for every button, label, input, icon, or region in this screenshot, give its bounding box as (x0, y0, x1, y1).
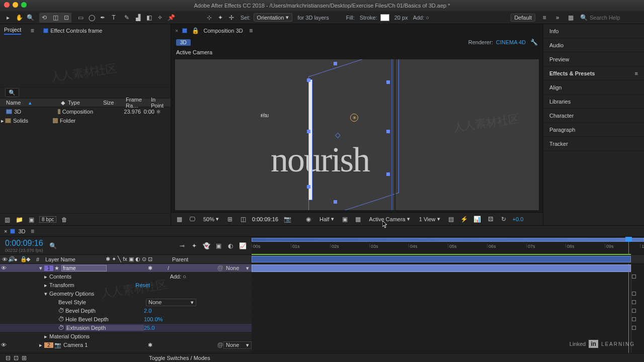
col-label-icon[interactable]: ◆ (58, 100, 65, 106)
col-parent[interactable]: Parent (170, 256, 190, 262)
graph-editor-icon[interactable]: 📈 (238, 242, 247, 250)
maximize-icon[interactable] (21, 2, 27, 8)
property-row[interactable]: ⏱ Extrusion Depth 25.0 (0, 324, 252, 332)
layer-bounding-box[interactable] (308, 59, 399, 210)
local-axis-icon[interactable]: ⊹ (205, 14, 213, 22)
parent-pickwhip-icon[interactable]: @ (217, 264, 223, 272)
timeline-tab[interactable]: 3D (18, 228, 25, 234)
snapshot-icon[interactable]: 📷 (283, 215, 291, 223)
exposure-value[interactable]: +0.0 (513, 216, 524, 222)
property-row[interactable]: ⏱ Hole Bevel Depth 100.0% (0, 315, 252, 324)
col-type[interactable]: Type (65, 100, 100, 106)
stopwatch-icon[interactable]: ⏱ (57, 315, 65, 323)
workspace-dropdown[interactable]: Default (511, 14, 535, 22)
property-value[interactable]: 2.0 (144, 308, 204, 314)
hand-tool-icon[interactable]: ✋ (15, 14, 23, 22)
comp-tab-label[interactable]: Composition 3D (203, 28, 243, 34)
layer-switches[interactable]: ✱ / (148, 265, 203, 272)
stroke-width[interactable]: 20 px (394, 15, 408, 21)
panel-align[interactable]: Align (543, 80, 644, 95)
resolution-dropdown[interactable]: Half ▾ (317, 216, 336, 222)
interpret-icon[interactable]: ▥ (3, 216, 11, 224)
transform-handle[interactable] (386, 130, 390, 133)
stopwatch-icon[interactable]: ⏱ (57, 307, 65, 315)
zoom-in-icon[interactable]: ⊞ (20, 354, 28, 362)
col-number[interactable]: # (34, 256, 43, 262)
twirl-icon[interactable]: ▾ (37, 265, 44, 272)
twirl-icon[interactable]: ▾ (42, 291, 49, 297)
selection-tool-icon[interactable]: ▸ (4, 14, 12, 22)
display-icon[interactable]: 🖵 (188, 215, 196, 223)
frame-blend-icon[interactable]: ▣ (214, 242, 222, 250)
zoom-handle-icon[interactable]: ⊡ (12, 354, 20, 362)
panel-tracker[interactable]: Tracker (543, 137, 644, 151)
transform-handle[interactable] (307, 185, 310, 189)
layer-row[interactable]: 👁 ▸ 2 📷 Camera 1 ✱ @ None▾ (0, 341, 252, 349)
panel-menu-icon[interactable]: ≡ (28, 27, 36, 35)
layer-row[interactable]: 👁 ▾ 1 ★ ✱ / @ None▾ (0, 264, 252, 273)
panel-menu-icon[interactable]: ≡ (247, 27, 255, 35)
tab-effect-controls[interactable]: Effect Controls frame (43, 28, 102, 34)
rect-tool-icon[interactable]: ▭ (76, 14, 85, 22)
layer-name[interactable]: ★ (54, 265, 148, 272)
roto-tool-icon[interactable]: ✧ (156, 14, 164, 22)
pan-tool-icon[interactable]: ◫ (51, 14, 59, 22)
transform-handle[interactable] (386, 172, 390, 176)
search-input[interactable] (590, 15, 640, 21)
flowchart-icon[interactable]: ⚄ (487, 215, 495, 223)
panel-preview[interactable]: Preview (543, 52, 644, 66)
new-folder-icon[interactable]: 📁 (15, 216, 23, 224)
workspace-menu-icon[interactable]: ≡ (540, 14, 548, 22)
renderer-value[interactable]: CINEMA 4D (496, 39, 526, 45)
comp-mini-tab[interactable]: 3D (176, 39, 191, 46)
more-icon[interactable]: » (553, 14, 561, 22)
transform-handle[interactable] (307, 130, 310, 133)
keyframe-marker[interactable] (632, 317, 636, 321)
transform-handle[interactable] (334, 62, 337, 65)
keyframe-marker[interactable] (632, 326, 636, 330)
brush-tool-icon[interactable]: ✎ (123, 14, 131, 22)
work-area-bar[interactable] (252, 238, 644, 242)
lock-icon[interactable]: 🔒 (191, 27, 199, 35)
keyframe-marker[interactable] (632, 275, 636, 279)
renderer-options-icon[interactable]: 🔧 (530, 38, 538, 46)
stroke-swatch[interactable] (380, 14, 389, 21)
grid-icon[interactable]: ⊞ (226, 215, 234, 223)
property-row[interactable]: ⏱ Bevel Depth 2.0 (0, 307, 252, 315)
fill-label[interactable]: Fill: (346, 15, 355, 21)
playhead[interactable] (628, 237, 629, 254)
search-help[interactable]: 🔍 (580, 14, 640, 22)
reset-exposure-icon[interactable]: ↻ (500, 215, 508, 223)
time-ruler[interactable]: 00s 01s 02s 03s 04s 05s 06s 07s 08s 09s … (252, 244, 644, 254)
view-axis-icon[interactable]: ✢ (227, 14, 235, 22)
world-axis-icon[interactable]: ✦ (216, 14, 224, 22)
transform-handle[interactable] (307, 78, 310, 82)
twirl-icon[interactable]: ▸ (42, 274, 49, 280)
transform-handle[interactable] (334, 200, 337, 204)
transform-handle[interactable] (386, 80, 390, 84)
close-icon[interactable] (4, 2, 10, 8)
time-ruler-area[interactable]: 00s 01s 02s 03s 04s 05s 06s 07s 08s 09s … (252, 237, 644, 254)
visibility-toggle[interactable]: 👁 (0, 342, 7, 348)
work-area[interactable] (252, 256, 631, 262)
panel-menu-icon[interactable]: ≡ (29, 227, 37, 235)
pivot-icon[interactable]: ◇ (335, 131, 341, 139)
property-row[interactable]: Bevel Style None▾ (0, 298, 252, 307)
zoom-dropdown[interactable]: 50% ▾ (201, 216, 221, 222)
toggle-switches[interactable]: Toggle Switches / Modes (149, 355, 210, 361)
camera-dropdown[interactable]: Active Camera ▾ (367, 216, 412, 222)
twirl-icon[interactable]: ▸ (42, 282, 49, 289)
timeline-icon[interactable]: 📊 (473, 215, 481, 223)
comp-mini-flowchart-icon[interactable]: ⊸ (178, 242, 186, 250)
panel-effects-presets[interactable]: Effects & Presets≡ (543, 66, 644, 80)
tab-project[interactable]: Project (4, 27, 21, 35)
alpha-icon[interactable]: ▦ (175, 215, 183, 223)
bevel-style-dropdown[interactable]: None▾ (146, 299, 196, 306)
twirl-icon[interactable]: ▸ (37, 342, 44, 348)
add-button[interactable]: Add: ○ (170, 274, 186, 280)
col-name[interactable]: Name ▴ (0, 100, 58, 106)
panel-menu-icon[interactable]: ≡ (635, 70, 638, 76)
pixel-ar-icon[interactable]: ▤ (447, 215, 455, 223)
parent-dropdown[interactable]: None▾ (223, 264, 252, 272)
panel-character[interactable]: Character (543, 109, 644, 123)
